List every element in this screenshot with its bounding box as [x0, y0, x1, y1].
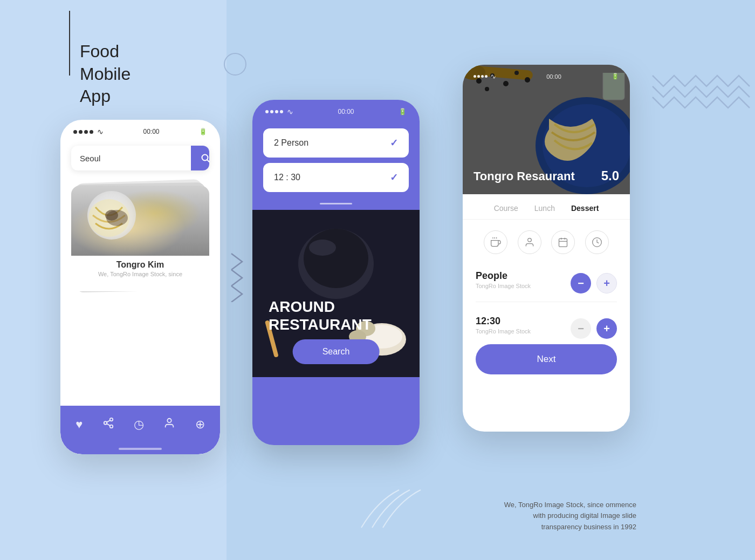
phone2-time-select[interactable]: 12 : 30 ✓: [263, 163, 409, 192]
footer-text: We, TongRo Image Stock, since ommence wi…: [504, 500, 636, 533]
search-icon: [201, 153, 209, 163]
status-dot: [79, 130, 83, 134]
nav-heart-icon[interactable]: ♥: [76, 418, 83, 432]
wifi-icon: ∿: [97, 127, 104, 136]
phone2-hero-image: AROUND RESTAURANT Search: [252, 210, 420, 377]
clock-icon: [592, 237, 602, 248]
calendar-icon: [558, 237, 568, 248]
calendar-icon-btn[interactable]: [551, 230, 575, 254]
nav-clock-icon[interactable]: ◷: [134, 418, 144, 432]
deco-circle: [224, 53, 246, 76]
svg-point-5: [109, 418, 113, 421]
svg-point-37: [527, 238, 531, 242]
phone3-time: 00:00: [546, 73, 561, 80]
around-title-line1: AROUND: [269, 298, 372, 316]
title-app: App: [80, 85, 131, 108]
status-dot: [84, 130, 88, 134]
phone3-people-section: People TongRo Image Stock − +: [463, 265, 630, 293]
around-title-line2: RESTAURANT: [269, 316, 372, 334]
svg-point-6: [104, 421, 107, 425]
nav-user-icon[interactable]: [163, 417, 175, 432]
phone2-battery: 🔋: [399, 108, 407, 115]
phone3-tabs: Course Lunch Dessert: [463, 194, 630, 220]
phone3-wifi-icon: ∿: [490, 72, 496, 80]
time-select-arrow: ✓: [390, 172, 398, 183]
svg-point-14: [309, 240, 336, 256]
svg-point-10: [168, 419, 171, 422]
mushroom-sim: [101, 202, 133, 234]
phone3-icons-row: [463, 220, 630, 265]
phone2-person-select[interactable]: 2 Person ✓: [263, 128, 409, 158]
svg-point-13: [304, 229, 368, 288]
phone1-status-bar: ∿ 00:00 🔋: [60, 120, 220, 140]
tab-dessert[interactable]: Dessert: [571, 204, 599, 213]
people-minus-btn[interactable]: −: [571, 273, 591, 293]
status-dot: [90, 130, 93, 134]
title-food: Food: [80, 40, 131, 63]
phone2-wifi-icon: ∿: [287, 107, 293, 116]
clock-icon-btn[interactable]: [585, 230, 609, 254]
phone3-battery: 🔋: [612, 73, 619, 80]
svg-point-4: [105, 210, 118, 221]
person-select-value: 2 Person: [274, 138, 308, 148]
user-icon-btn[interactable]: [518, 230, 541, 254]
section-divider: [476, 302, 617, 302]
restaurant-sub: We, TongRo Image Stock, since: [71, 271, 209, 277]
title-mobile: Mobile: [80, 63, 131, 86]
svg-line-1: [207, 160, 209, 162]
time-plus-btn[interactable]: +: [596, 318, 617, 339]
phone1-search-button[interactable]: [191, 146, 209, 170]
phone2-divider: [320, 203, 352, 204]
phone3-time-section: 12:30 TongRo Image Stock − +: [463, 310, 630, 339]
phone2-search-button[interactable]: Search: [293, 339, 380, 364]
title-block: Food Mobile App: [80, 40, 131, 108]
user-icon: [524, 237, 535, 248]
tab-lunch[interactable]: Lunch: [534, 204, 555, 213]
vertical-line-deco: [69, 11, 70, 76]
phone1-search-bar[interactable]: [71, 146, 209, 170]
food-image: [71, 186, 209, 256]
svg-line-8: [106, 424, 109, 426]
phone2-hero-text: AROUND RESTAURANT: [269, 298, 372, 334]
people-plus-btn[interactable]: +: [596, 273, 617, 293]
person-select-arrow: ✓: [390, 137, 398, 149]
nav-add-icon[interactable]: ⊕: [195, 418, 205, 432]
svg-rect-38: [559, 238, 567, 247]
phone1-time: 00:00: [143, 128, 159, 135]
restaurant-name: Tongro Kim: [71, 260, 209, 270]
restaurant-name-display: Tongro Resaurant: [473, 169, 575, 183]
phone1-restaurant-cards: Tongro Kim We, TongRo Image Stock, since: [71, 181, 209, 300]
svg-point-7: [109, 425, 113, 428]
time-select-value: 12 : 30: [274, 173, 300, 182]
coffee-icon-btn[interactable]: [484, 230, 507, 254]
phone1-search-input[interactable]: [71, 146, 191, 170]
phone3-hero-content: Tongro Resaurant 5.0: [473, 168, 619, 183]
coffee-icon: [490, 237, 501, 248]
next-button[interactable]: Next: [476, 344, 617, 374]
phone1-bottom-nav: ♥ ◷ ⊕: [60, 406, 220, 454]
phone2-frame: ∿ 00:00 🔋 2 Person ✓ 12 : 30 ✓: [252, 100, 420, 445]
home-indicator: [119, 448, 162, 450]
status-dot: [73, 130, 77, 134]
deco-curves: [356, 479, 426, 533]
zigzag-deco-right: [647, 70, 755, 119]
phone1-frame: ∿ 00:00 🔋: [60, 120, 220, 454]
phone2-status-bar: ∿ 00:00 🔋: [252, 100, 420, 120]
phone3-rating: 5.0: [601, 168, 619, 183]
nav-share-icon[interactable]: [102, 417, 114, 432]
phone3-hero: ∿ 00:00 🔋 Tongro Resaurant 5.0: [463, 65, 630, 194]
tab-course[interactable]: Course: [494, 204, 518, 213]
phone3-status-bar: ∿ 00:00 🔋: [463, 65, 630, 85]
time-minus-btn[interactable]: −: [571, 318, 591, 339]
phone1-battery: 🔋: [199, 128, 207, 135]
svg-line-9: [106, 420, 109, 422]
card-main: Tongro Kim We, TongRo Image Stock, since: [71, 186, 209, 291]
phone2-time: 00:00: [338, 108, 354, 115]
phone3-frame: ∿ 00:00 🔋 Tongro Resaurant 5.0 Course Lu…: [463, 65, 630, 432]
